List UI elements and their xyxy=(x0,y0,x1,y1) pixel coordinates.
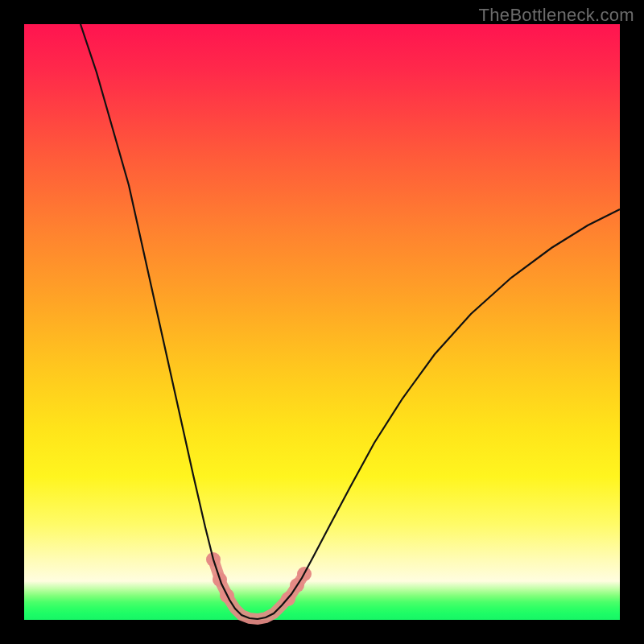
watermark-text: TheBottleneck.com xyxy=(479,5,634,26)
chart-frame: TheBottleneck.com xyxy=(0,0,644,644)
plot-area xyxy=(24,24,620,620)
tolerance-dots xyxy=(206,552,312,606)
chart-svg xyxy=(24,24,620,620)
bottleneck-curve xyxy=(80,24,620,619)
